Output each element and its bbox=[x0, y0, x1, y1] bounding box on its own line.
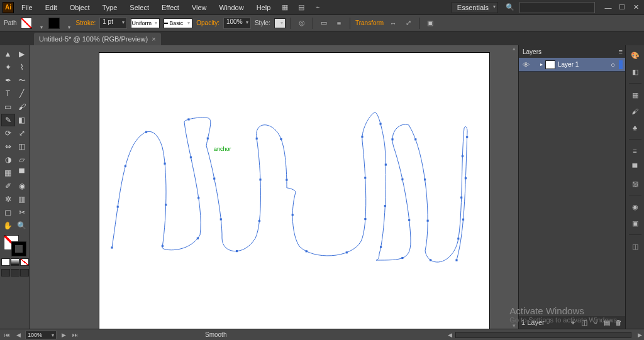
shape-builder-tool[interactable]: ◑ bbox=[1, 153, 15, 166]
menu-file[interactable]: File bbox=[16, 1, 38, 14]
document-tab[interactable]: Untitled-5* @ 100% (RGB/Preview) × bbox=[34, 33, 161, 45]
menu-object[interactable]: Object bbox=[65, 1, 95, 14]
drawn-path[interactable] bbox=[112, 112, 467, 262]
graphic-styles-icon[interactable]: ▣ bbox=[628, 217, 642, 229]
zoom-tool[interactable]: 🔍 bbox=[15, 219, 29, 232]
hand-tool[interactable]: ✋ bbox=[1, 219, 15, 232]
next-artboard-icon[interactable]: ▶ bbox=[59, 331, 68, 339]
rotate-tool[interactable]: ⟳ bbox=[1, 127, 15, 140]
width-tool[interactable]: ⇔ bbox=[1, 140, 15, 153]
transform-icon-2[interactable]: ⤢ bbox=[402, 18, 414, 29]
slice-tool[interactable]: ✂ bbox=[15, 206, 29, 219]
menu-help[interactable]: Help bbox=[252, 1, 276, 14]
maximize-button[interactable]: ☐ bbox=[616, 3, 628, 12]
vertical-scroll-indicator[interactable]: ▴ ▾ bbox=[509, 45, 518, 329]
paintbrush-tool[interactable]: 🖌 bbox=[15, 101, 29, 113]
magic-wand-tool[interactable]: ✦ bbox=[1, 61, 15, 74]
gradient-tool[interactable]: ▀ bbox=[15, 167, 29, 179]
perspective-tool[interactable]: ▱ bbox=[15, 153, 29, 166]
arrange-icon[interactable]: ▤ bbox=[294, 2, 308, 13]
line-tool[interactable]: ╱ bbox=[15, 87, 29, 100]
graph-tool[interactable]: ▥ bbox=[15, 193, 29, 206]
opacity-label[interactable]: Opacity: bbox=[196, 19, 219, 26]
pen-tool[interactable]: ✒ bbox=[1, 74, 15, 87]
selection-tool[interactable]: ▲ bbox=[1, 48, 15, 60]
hscroll-right-icon[interactable]: ▶ bbox=[635, 331, 644, 339]
scroll-up-icon[interactable]: ▴ bbox=[509, 45, 518, 52]
workspace-switcher[interactable]: Essentials bbox=[452, 2, 498, 13]
type-tool[interactable]: T bbox=[1, 87, 15, 100]
menu-window[interactable]: Window bbox=[214, 1, 249, 14]
color-mode-none[interactable] bbox=[20, 258, 29, 266]
zoom-level-input[interactable]: 100% bbox=[25, 331, 57, 339]
scale-tool[interactable]: ⤢ bbox=[15, 127, 29, 140]
direct-selection-tool[interactable]: ▶ bbox=[15, 48, 29, 60]
symbol-sprayer-tool[interactable]: ✲ bbox=[1, 193, 15, 206]
first-artboard-icon[interactable]: ⏮ bbox=[3, 331, 11, 339]
delete-layer-icon[interactable]: 🗑 bbox=[614, 318, 623, 327]
minimize-button[interactable]: — bbox=[602, 3, 614, 12]
horizontal-scrollbar[interactable] bbox=[455, 332, 631, 338]
transform-icon-1[interactable]: ↔ bbox=[387, 18, 399, 29]
symbols-icon[interactable]: ♣ bbox=[628, 121, 642, 134]
color-guide-icon[interactable]: ◧ bbox=[628, 65, 642, 78]
align-2-icon[interactable]: ≡ bbox=[333, 18, 345, 29]
artboard[interactable]: anchor bbox=[99, 53, 489, 329]
draw-normal[interactable] bbox=[1, 269, 10, 277]
scroll-down-icon[interactable]: ▾ bbox=[509, 322, 518, 329]
style-swatch[interactable] bbox=[274, 18, 286, 28]
layers-tab[interactable]: Layers bbox=[523, 48, 541, 55]
layer-name[interactable]: Layer 1 bbox=[558, 61, 579, 68]
brushes-icon[interactable]: 🖌 bbox=[628, 105, 642, 118]
fill-stroke-control[interactable] bbox=[3, 235, 28, 256]
search-input[interactable] bbox=[519, 2, 595, 13]
menu-type[interactable]: Type bbox=[97, 1, 123, 14]
stroke-weight-input[interactable]: 1 pt bbox=[99, 18, 127, 29]
menu-edit[interactable]: Edit bbox=[40, 1, 62, 14]
brush-def-select[interactable]: Basic bbox=[164, 18, 192, 28]
curvature-tool[interactable]: 〜 bbox=[15, 74, 29, 87]
new-layer-icon[interactable]: ▤ bbox=[602, 318, 611, 327]
hscroll-left-icon[interactable]: ◀ bbox=[445, 331, 454, 339]
draw-behind[interactable] bbox=[11, 269, 19, 277]
bridge-icon[interactable]: ⌁ bbox=[311, 2, 325, 13]
close-tab-icon[interactable]: × bbox=[152, 35, 155, 43]
eyedropper-tool[interactable]: ✐ bbox=[1, 180, 15, 192]
stroke-swatch[interactable] bbox=[48, 18, 60, 29]
pencil-tool[interactable]: ✎ bbox=[1, 114, 15, 126]
free-transform-tool[interactable]: ◫ bbox=[15, 140, 29, 153]
transform-label[interactable]: Transform bbox=[355, 19, 384, 26]
fill-swatch[interactable] bbox=[21, 18, 32, 29]
artboard-tool[interactable]: ▢ bbox=[1, 206, 15, 219]
target-icon[interactable]: ○ bbox=[611, 61, 615, 69]
transparency-icon[interactable]: ▨ bbox=[628, 177, 642, 190]
menu-view[interactable]: View bbox=[187, 1, 212, 14]
color-mode-solid[interactable] bbox=[1, 258, 10, 266]
draw-inside[interactable] bbox=[20, 269, 29, 277]
expand-icon[interactable]: ▸ bbox=[540, 62, 543, 67]
color-panel-icon[interactable]: 🎨 bbox=[628, 49, 642, 62]
stroke-label[interactable]: Stroke: bbox=[76, 19, 96, 26]
align-icon[interactable]: ▭ bbox=[318, 18, 330, 29]
stroke-box[interactable] bbox=[11, 241, 26, 256]
menu-select[interactable]: Select bbox=[125, 1, 154, 14]
recolor-icon[interactable]: ◎ bbox=[296, 18, 308, 29]
stroke-panel-icon[interactable]: ≡ bbox=[628, 145, 642, 157]
layout-icon[interactable]: ▦ bbox=[278, 2, 292, 13]
close-button[interactable]: ✕ bbox=[630, 3, 641, 12]
gradient-panel-icon[interactable]: ▀ bbox=[628, 161, 642, 173]
mesh-tool[interactable]: ▦ bbox=[1, 167, 15, 179]
opacity-input[interactable]: 100% bbox=[223, 18, 251, 29]
visibility-icon[interactable]: 👁 bbox=[521, 60, 530, 69]
anchor-points[interactable] bbox=[111, 118, 468, 261]
make-clip-icon[interactable]: ◫ bbox=[580, 318, 589, 327]
new-sublayer-icon[interactable]: ▫ bbox=[591, 318, 600, 327]
panel-menu-icon[interactable]: ≡ bbox=[619, 48, 623, 55]
rectangle-tool[interactable]: ▭ bbox=[1, 101, 15, 113]
last-artboard-icon[interactable]: ⏭ bbox=[70, 331, 79, 339]
blend-tool[interactable]: ◉ bbox=[15, 180, 29, 192]
stroke-profile-select[interactable]: Uniform bbox=[131, 18, 160, 28]
lasso-tool[interactable]: ⌇ bbox=[15, 61, 29, 74]
canvas-area[interactable]: anchor ▴ ▾ bbox=[30, 45, 518, 329]
menu-effect[interactable]: Effect bbox=[157, 1, 184, 14]
